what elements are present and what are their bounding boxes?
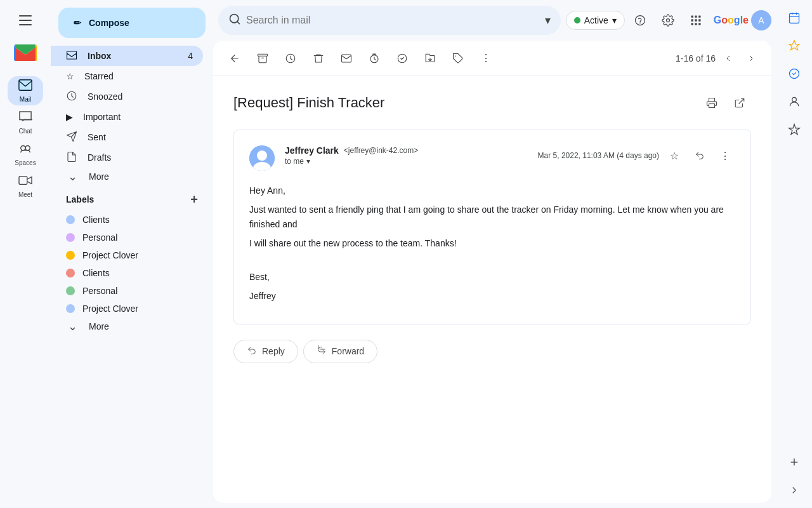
label-name-project-clover1: Project Clover [82,250,138,260]
top-bar: ▾ Active ▾ G o o g l e [213,0,776,41]
help-button[interactable] [627,8,653,33]
snooze-button[interactable] [279,47,302,70]
calendar-button[interactable] [782,5,807,30]
svg-rect-3 [19,177,27,185]
print-button[interactable] [700,91,723,114]
compose-pencil-icon: ✏ [74,18,81,28]
reply-email-button[interactable] [690,145,710,166]
sender-to[interactable]: to me ▾ [285,157,528,166]
forward-button[interactable]: Forward [303,340,377,363]
nav-snoozed-label: Snoozed [88,91,193,102]
sender-row: Jeffrey Clark <jeffrey@ink-42.com> to me… [249,145,735,171]
more-options-button[interactable]: ⋮ [475,47,497,70]
labels-more-chevron-icon: ⌄ [66,319,79,333]
label-name-personal2: Personal [82,286,117,296]
sender-avatar [249,145,275,171]
back-button[interactable] [223,47,246,70]
pagination-prev-button[interactable] [718,48,738,69]
sidebar-nav-mail[interactable]: Mail [8,76,43,105]
contacts-button[interactable] [782,89,807,114]
forward-label: Forward [332,346,364,356]
sidebar-nav-chat[interactable]: Chat [8,108,43,137]
nav-important[interactable]: ▶ Important [51,107,203,127]
delete-button[interactable] [307,47,330,70]
label-project-clover1[interactable]: Project Clover [51,246,203,264]
label-name-project-clover2: Project Clover [82,304,138,314]
svg-point-7 [639,23,640,23]
label-clients2[interactable]: Clients [51,264,203,282]
email-content: [Request] Finish Tracker [213,76,771,503]
move-to-button[interactable] [419,47,442,70]
reply-label: Reply [262,346,285,356]
reply-icon [247,345,257,358]
nav-snoozed[interactable]: Snoozed [51,86,203,107]
search-bar[interactable]: ▾ [218,6,561,35]
email-body-line1: Just wanted to sent a friendly ping that… [249,203,735,231]
task-button[interactable] [391,47,414,70]
keep-button[interactable] [782,33,807,58]
label-dot-clients2 [66,269,75,277]
apps-button[interactable] [683,8,709,33]
google-logo[interactable]: G o o g l e [714,15,749,26]
svg-line-25 [739,98,744,104]
svg-rect-20 [342,55,351,62]
nav-starred[interactable]: ☆ Starred [51,66,203,86]
svg-rect-9 [691,16,693,18]
nav-drafts-label: Drafts [88,152,193,163]
label-dot-personal2 [66,286,75,295]
svg-point-2 [25,145,30,150]
search-dropdown-icon[interactable]: ▾ [545,13,551,27]
svg-rect-16 [695,23,697,25]
label-clients1[interactable]: Clients [51,211,203,229]
reply-actions: Reply Forward [233,340,751,363]
nav-drafts[interactable]: Drafts [51,147,203,168]
label-personal1[interactable]: Personal [51,229,203,246]
pagination-next-button[interactable] [741,48,761,69]
snooze2-button[interactable] [363,47,386,70]
svg-rect-12 [691,19,693,21]
nav-more-label: More [89,171,109,182]
hamburger-menu-button[interactable] [10,5,41,36]
sidebar-nav-spaces[interactable]: Spaces [8,140,43,169]
sidebar-nav-mail-label: Mail [20,96,31,103]
email-message: Jeffrey Clark <jeffrey@ink-42.com> to me… [233,130,751,324]
search-input[interactable] [246,15,540,26]
nav-inbox[interactable]: Inbox 4 [51,46,203,66]
nav-more[interactable]: ⌄ More [51,168,213,185]
label-dot-clients1 [66,215,75,224]
collapse-right-panel-button[interactable] [789,478,800,503]
star-email-button[interactable]: ☆ [664,145,684,166]
svg-rect-14 [698,19,700,21]
open-in-new-button[interactable] [728,91,751,114]
labels-title: Labels [66,194,94,204]
label-button[interactable] [447,47,469,70]
label-project-clover2[interactable]: Project Clover [51,300,203,318]
label-dot-personal1 [66,233,75,242]
compose-label: Compose [89,18,129,28]
star-sidebar-button[interactable] [782,117,807,142]
email-subject-row: [Request] Finish Tracker [233,91,751,114]
label-personal2[interactable]: Personal [51,282,203,300]
sidebar-nav-meet[interactable]: Meet [8,171,43,201]
settings-button[interactable] [655,8,681,33]
svg-point-1 [21,145,25,150]
user-avatar[interactable]: A [751,10,771,30]
subject-actions [700,91,751,114]
svg-point-34 [792,97,797,102]
active-status-badge[interactable]: Active ▾ [566,11,625,30]
tasks-button[interactable] [782,61,807,86]
nav-sent[interactable]: Sent [51,127,203,147]
gmail-logo[interactable] [14,43,37,64]
compose-button[interactable]: ✏ Compose [58,8,206,38]
archive-button[interactable] [251,47,274,70]
active-status-label: Active [584,15,608,25]
spaces-icon [18,142,32,158]
snoozed-icon [66,90,77,104]
mark-unread-button[interactable] [335,47,358,70]
labels-more[interactable]: ⌄ More [51,318,213,335]
more-email-options-button[interactable]: ⋮ [715,145,735,166]
reply-button[interactable]: Reply [233,340,298,363]
add-addon-button[interactable]: + [782,450,807,475]
add-label-button[interactable]: + [185,190,203,208]
search-icon[interactable] [228,13,241,29]
